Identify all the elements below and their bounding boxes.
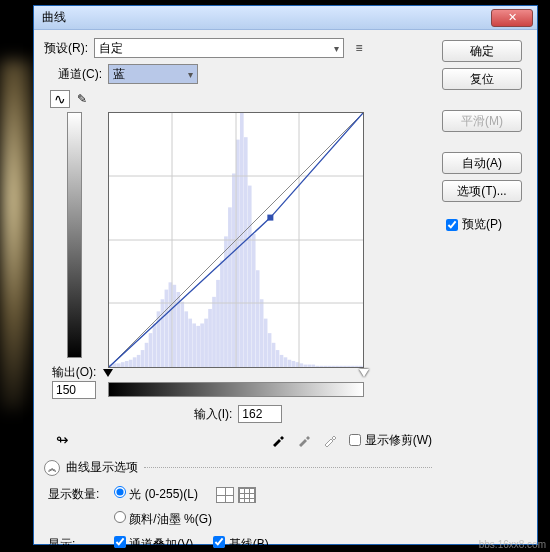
svg-rect-5 [129,360,133,367]
preset-menu-icon[interactable]: ≡ [350,41,368,55]
svg-rect-46 [292,361,296,367]
input-field[interactable] [238,405,282,423]
expander-label: 曲线显示选项 [66,459,138,476]
svg-rect-26 [212,297,216,367]
scrubby-icon[interactable]: ↬ [50,431,74,449]
output-ramp [67,112,82,358]
amount-label: 显示数量: [48,486,108,503]
auto-button[interactable]: 自动(A) [442,152,522,174]
preview-checkbox[interactable]: 预览(P) [446,216,527,233]
svg-rect-19 [184,311,188,367]
svg-rect-10 [149,333,153,367]
expander-toggle[interactable]: ︽ [44,460,60,476]
svg-rect-32 [236,140,240,367]
svg-rect-45 [288,360,292,367]
svg-rect-9 [145,343,149,367]
svg-rect-30 [228,207,232,367]
titlebar[interactable]: 曲线 ✕ [34,6,537,30]
coarse-grid-icon[interactable] [216,487,234,503]
svg-rect-22 [196,326,200,367]
svg-rect-21 [192,323,196,367]
svg-rect-39 [264,319,268,367]
svg-rect-13 [161,299,165,367]
output-label: 输出(O): [52,364,97,381]
divider [144,467,432,468]
svg-rect-36 [252,234,256,367]
preset-select[interactable]: 自定 [94,38,344,58]
svg-rect-50 [307,365,311,367]
channel-overlay-checkbox[interactable]: 通道叠加(V) [114,536,193,552]
show-label: 显示: [48,536,108,552]
svg-rect-37 [256,270,260,367]
svg-rect-20 [188,319,192,367]
curve-point[interactable] [267,215,273,221]
svg-rect-56 [331,366,335,367]
svg-rect-27 [216,280,220,367]
svg-rect-34 [244,137,248,367]
output-field[interactable] [52,381,96,399]
curves-dialog: 曲线 ✕ 预设(R): 自定 ≡ 通道(C): 蓝 ∿ ✎ 输出(O): [33,5,538,545]
smooth-button[interactable]: 平滑(M) [442,110,522,132]
svg-rect-29 [224,236,228,367]
svg-rect-23 [200,323,204,367]
svg-rect-41 [272,343,276,367]
svg-rect-52 [315,366,319,367]
gray-eyedropper-icon[interactable] [295,431,313,449]
svg-rect-57 [335,366,339,367]
svg-rect-18 [180,302,184,367]
light-radio[interactable]: 光 (0-255)(L) [114,486,198,503]
svg-rect-31 [232,173,236,367]
svg-rect-63 [359,366,363,367]
svg-rect-62 [355,366,359,367]
curve-tool-icon[interactable]: ∿ [50,90,70,108]
svg-rect-59 [343,366,347,367]
svg-rect-8 [141,350,145,367]
preset-label: 预设(R): [44,40,88,57]
options-button[interactable]: 选项(T)... [442,180,522,202]
watermark: bbs.16xx8.com [479,539,546,550]
svg-rect-24 [204,319,208,367]
svg-rect-4 [125,361,129,367]
svg-rect-55 [327,366,331,367]
svg-rect-60 [347,366,351,367]
close-button[interactable]: ✕ [491,9,533,27]
white-eyedropper-icon[interactable] [321,431,339,449]
input-label: 输入(I): [194,406,233,423]
svg-rect-61 [351,366,355,367]
svg-rect-44 [284,357,288,367]
pencil-tool-icon[interactable]: ✎ [72,90,92,108]
svg-rect-28 [220,261,224,367]
svg-rect-54 [323,366,327,367]
black-point-handle[interactable] [103,369,113,377]
svg-rect-49 [303,365,307,367]
svg-rect-35 [248,186,252,367]
svg-rect-25 [208,309,212,367]
svg-rect-40 [268,333,272,367]
svg-rect-38 [260,299,264,367]
svg-rect-11 [153,323,157,367]
reset-button[interactable]: 复位 [442,68,522,90]
svg-rect-48 [300,363,304,367]
channel-select[interactable]: 蓝 [108,64,198,84]
svg-rect-51 [311,365,315,367]
dialog-title: 曲线 [38,9,491,26]
svg-rect-14 [165,290,169,367]
ok-button[interactable]: 确定 [442,40,522,62]
show-clip-checkbox[interactable]: 显示修剪(W) [349,432,432,449]
svg-rect-1 [113,363,117,367]
baseline-checkbox[interactable]: 基线(B) [213,536,268,552]
svg-rect-58 [339,366,343,367]
svg-rect-42 [276,350,280,367]
svg-rect-6 [133,357,137,367]
pigment-radio[interactable]: 颜料/油墨 %(G) [114,511,212,528]
svg-rect-43 [280,355,284,367]
curves-graph[interactable] [108,112,364,368]
input-slider[interactable] [108,369,364,379]
white-point-handle[interactable] [359,369,369,377]
fine-grid-icon[interactable] [238,487,256,503]
black-eyedropper-icon[interactable] [269,431,287,449]
svg-rect-7 [137,355,141,367]
svg-rect-53 [319,366,323,367]
input-ramp [108,382,364,397]
channel-label: 通道(C): [58,66,102,83]
